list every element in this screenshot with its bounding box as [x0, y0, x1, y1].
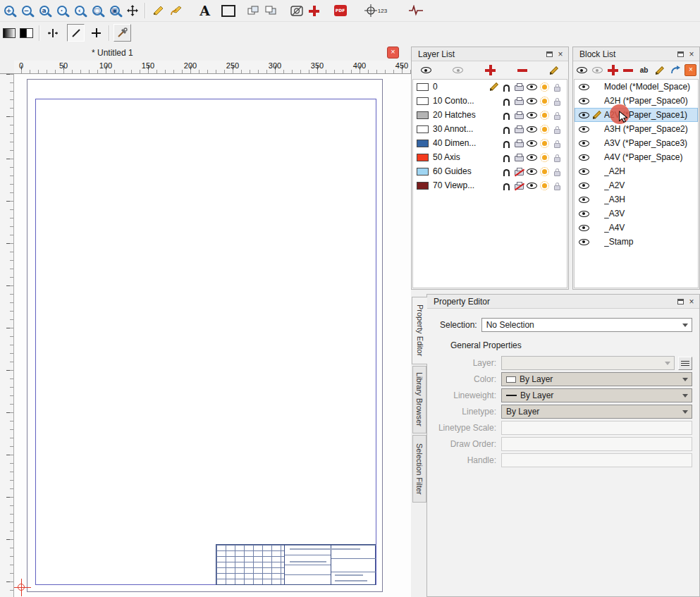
- drawing-canvas[interactable]: [14, 74, 411, 597]
- block-visibility-toggle[interactable]: [577, 80, 590, 94]
- block-row[interactable]: A3H (*Paper_Space2): [575, 122, 698, 136]
- settings-tools-button[interactable]: [113, 24, 131, 42]
- layer-visibility-toggle[interactable]: [525, 136, 538, 150]
- accept-tool-button[interactable]: [149, 2, 167, 20]
- layer-color-swatch[interactable]: [417, 140, 429, 147]
- add-layer-button[interactable]: [482, 63, 498, 78]
- block-row[interactable]: A2H (*Paper_Space0): [575, 94, 698, 108]
- block-visibility-toggle[interactable]: [577, 164, 590, 178]
- block-visibility-toggle[interactable]: [577, 108, 590, 122]
- block-row[interactable]: _A2H: [575, 164, 698, 178]
- layer-lock-toggle[interactable]: [551, 136, 563, 150]
- add-block-button[interactable]: [606, 63, 619, 78]
- zoom-window-button[interactable]: □: [88, 2, 106, 20]
- point-numbers-button[interactable]: 123: [362, 2, 390, 20]
- layer-row[interactable]: 10 Conto...: [413, 94, 567, 108]
- add-viewport-button[interactable]: [305, 2, 323, 20]
- layer-row[interactable]: 20 Hatches: [413, 108, 567, 122]
- layer-unlock-toggle[interactable]: [500, 80, 512, 94]
- edit-block-inline-button[interactable]: [590, 108, 604, 122]
- to-back-button[interactable]: [262, 2, 279, 20]
- edit-layer-button[interactable]: [546, 63, 562, 78]
- handle-input[interactable]: [501, 453, 692, 467]
- zoom-in-button[interactable]: +: [0, 2, 18, 20]
- block-row[interactable]: Model (*Model_Space): [575, 80, 698, 94]
- block-row-selected[interactable]: A2V (*Paper_Space1): [575, 108, 698, 122]
- layer-visibility-toggle[interactable]: [525, 80, 538, 94]
- point-tool-button[interactable]: [87, 24, 105, 42]
- layer-row[interactable]: 50 Axis: [413, 150, 567, 164]
- block-visibility-toggle[interactable]: [577, 207, 590, 221]
- document-close-button[interactable]: ×: [387, 47, 399, 59]
- layer-print-toggle[interactable]: [512, 164, 525, 178]
- layer-lock-toggle[interactable]: [551, 122, 563, 136]
- tab-library-browser[interactable]: Library Browser: [412, 366, 426, 433]
- polyline-tool-button[interactable]: [407, 2, 424, 20]
- layer-unlock-toggle[interactable]: [500, 178, 512, 192]
- layer-freeze-toggle[interactable]: [538, 178, 551, 192]
- remove-block-button[interactable]: [622, 63, 634, 78]
- layer-freeze-toggle[interactable]: [538, 94, 551, 108]
- layer-print-toggle[interactable]: [512, 94, 525, 108]
- property-editor-close-button[interactable]: ×: [686, 296, 697, 307]
- measure-tool-button[interactable]: [44, 24, 61, 42]
- layer-color-swatch[interactable]: [417, 154, 429, 161]
- block-visibility-toggle[interactable]: [577, 94, 590, 108]
- layer-color-swatch[interactable]: [417, 111, 429, 119]
- layer-lock-toggle[interactable]: [551, 178, 563, 192]
- layer-lock-toggle[interactable]: [551, 164, 563, 178]
- block-row[interactable]: _Stamp: [575, 235, 698, 249]
- draw-order-input[interactable]: [501, 437, 692, 451]
- block-visibility-toggle[interactable]: [577, 192, 590, 207]
- block-visibility-toggle[interactable]: [577, 235, 590, 249]
- orthogonal-draw-toggle[interactable]: [67, 24, 85, 42]
- pan-button[interactable]: [123, 2, 141, 20]
- layer-row[interactable]: 30 Annot...: [413, 122, 567, 136]
- layer-color-swatch[interactable]: [417, 182, 429, 190]
- lineweight-combobox[interactable]: By Layer: [501, 388, 692, 402]
- block-visibility-toggle[interactable]: [577, 136, 590, 150]
- block-row[interactable]: _A3V: [575, 207, 698, 221]
- layer-color-swatch[interactable]: [417, 83, 429, 91]
- block-row[interactable]: _A4V: [575, 221, 698, 235]
- layer-freeze-toggle[interactable]: [538, 108, 551, 122]
- pdf-export-button[interactable]: PDF: [331, 2, 349, 20]
- layer-combobox[interactable]: [501, 356, 675, 370]
- layer-visibility-toggle[interactable]: [525, 178, 538, 192]
- layer-row[interactable]: 70 Viewp...: [413, 178, 567, 192]
- rectangle-tool-button[interactable]: [219, 2, 237, 20]
- color-combobox[interactable]: By Layer: [501, 372, 692, 386]
- block-visibility-toggle[interactable]: [577, 221, 590, 235]
- block-list-float-button[interactable]: [675, 49, 686, 59]
- gradient-swatch-button[interactable]: [0, 24, 18, 42]
- contrast-swatch-button[interactable]: [18, 24, 35, 42]
- block-visibility-toggle[interactable]: [577, 122, 590, 136]
- layer-lock-toggle[interactable]: [551, 150, 563, 164]
- layer-freeze-toggle[interactable]: [538, 164, 551, 178]
- block-row[interactable]: A4V (*Paper_Space): [575, 150, 698, 164]
- layer-color-swatch[interactable]: [417, 168, 429, 176]
- block-row[interactable]: A3V (*Paper_Space3): [575, 136, 698, 150]
- layer-lock-toggle[interactable]: [551, 94, 563, 108]
- layer-print-toggle[interactable]: [512, 136, 525, 150]
- block-row[interactable]: _A3H: [575, 192, 698, 207]
- layer-list-close-button[interactable]: ×: [555, 49, 566, 59]
- toggle-all-layers-visibility-button[interactable]: [418, 63, 434, 78]
- layer-row[interactable]: 60 Guides: [413, 164, 567, 178]
- layer-freeze-toggle[interactable]: [538, 122, 551, 136]
- layer-visibility-toggle[interactable]: [525, 108, 538, 122]
- document-tab-title[interactable]: * Untitled 1: [92, 48, 133, 58]
- layer-unlock-toggle[interactable]: [500, 122, 512, 136]
- zoom-page-button[interactable]: ▣: [106, 2, 123, 20]
- layer-list-float-button[interactable]: [544, 49, 555, 59]
- layer-visibility-toggle[interactable]: [525, 122, 538, 136]
- linetype-scale-input[interactable]: [501, 421, 692, 435]
- layer-unlock-toggle[interactable]: [500, 136, 512, 150]
- toggle-block-visibility-button[interactable]: [591, 63, 603, 78]
- linetype-combobox[interactable]: By Layer: [501, 405, 692, 419]
- layer-unlock-toggle[interactable]: [500, 108, 512, 122]
- layer-lock-toggle[interactable]: [551, 108, 563, 122]
- layer-print-toggle[interactable]: [512, 122, 525, 136]
- toggle-all-blocks-visibility-button[interactable]: [575, 63, 588, 78]
- edit-layer-inline-button[interactable]: [488, 80, 500, 94]
